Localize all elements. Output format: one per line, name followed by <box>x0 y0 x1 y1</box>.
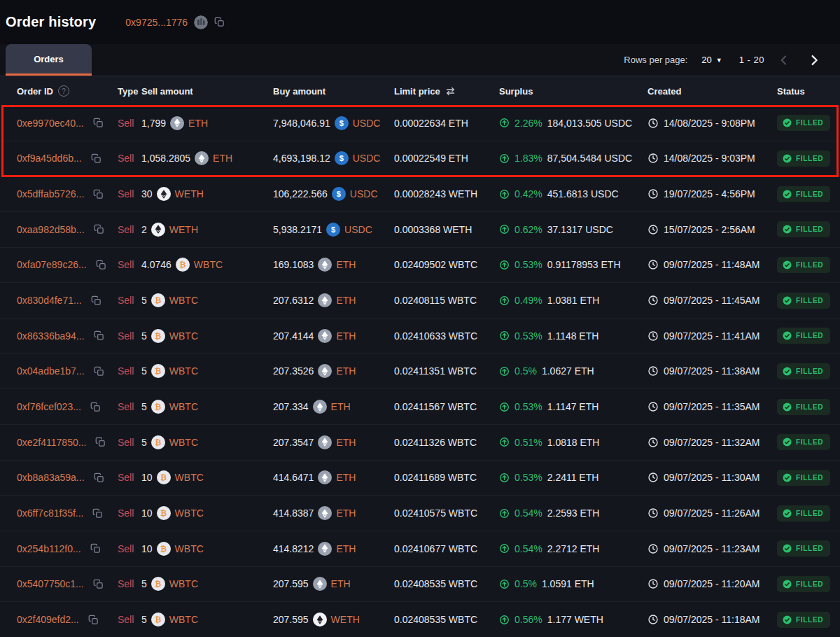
copy-order-id-icon[interactable] <box>90 543 101 554</box>
prev-page-button[interactable] <box>774 53 794 67</box>
clock-icon <box>648 188 659 200</box>
surplus: 2.26%184,013.505 USDC <box>499 118 648 129</box>
table-row[interactable]: 0x6ff7c81f35f...Sell10₿WBTC414.8387ETH0.… <box>0 496 840 531</box>
clock-icon <box>648 365 659 377</box>
table-row[interactable]: 0xf76fcef023...Sell5₿WBTC207.334ETH0.024… <box>0 389 840 425</box>
order-id-link[interactable]: 0x830d4fe71... <box>17 295 82 306</box>
table-row[interactable]: 0x04adbe1b7...Sell5₿WBTC207.3526ETH0.024… <box>0 354 840 390</box>
order-id-link[interactable]: 0x04adbe1b7... <box>17 365 85 377</box>
check-icon <box>783 367 792 376</box>
clock-icon <box>648 153 659 164</box>
order-id-link[interactable]: 0xb8a83a59a... <box>17 472 85 483</box>
copy-order-id-icon[interactable] <box>93 579 104 589</box>
created-time: 09/07/2025 - 11:26AM <box>648 507 777 519</box>
table-row[interactable]: 0x254b112f0...Sell10₿WBTC414.8212ETH0.02… <box>0 531 840 567</box>
buy-amount: 414.8212ETH <box>273 542 394 556</box>
order-id-link[interactable]: 0x5dffab5726... <box>17 188 84 200</box>
table-body: 0xe9970ec40...Sell1,799ETH7,948,046.91$U… <box>0 106 840 637</box>
copy-order-id-icon[interactable] <box>88 615 99 625</box>
table-row[interactable]: 0xaa982d58b...Sell2WETH5,938.2171$USDC0.… <box>0 212 840 248</box>
limit-price: 0.02410677 WBTC <box>394 543 499 554</box>
sell-amount: 10₿WBTC <box>141 542 273 556</box>
header-limit-price: Limit price <box>394 86 440 97</box>
eth-token-icon <box>170 116 184 130</box>
table-row[interactable]: 0x2f409efd2...Sell5₿WBTC207.595WETH0.024… <box>0 602 840 637</box>
sell-amount: 1,058.2805ETH <box>141 151 273 165</box>
sell-amount: 5₿WBTC <box>141 364 273 378</box>
swap-price-icon[interactable] <box>445 87 456 96</box>
order-id-link[interactable]: 0xf9a45dd6b... <box>17 153 82 164</box>
sell-amount: 10₿WBTC <box>141 470 273 484</box>
surplus-up-icon <box>499 543 510 554</box>
surplus-up-icon <box>499 118 510 128</box>
check-icon <box>783 473 792 482</box>
table-row[interactable]: 0xfa07e89c26...Sell4.0746₿WBTC169.1083ET… <box>0 248 840 284</box>
created-time: 15/07/2025 - 2:56AM <box>648 224 777 235</box>
copy-address-icon[interactable] <box>214 17 225 27</box>
order-id-link[interactable]: 0x5407750c1... <box>17 578 84 589</box>
table-row[interactable]: 0xf9a45dd6b...Sell1,058.2805ETH4,693,198… <box>0 141 840 177</box>
copy-order-id-icon[interactable] <box>92 508 103 519</box>
header-buy-amount: Buy amount <box>273 86 394 97</box>
sell-amount: 5₿WBTC <box>141 329 273 343</box>
rows-per-page-select[interactable]: 20 ▼ <box>697 54 726 66</box>
copy-order-id-icon[interactable] <box>94 366 104 377</box>
order-type: Sell <box>118 614 134 625</box>
check-icon <box>783 580 792 589</box>
table-row[interactable]: 0x5407750c1...Sell5₿WBTC207.595ETH0.0240… <box>0 567 840 603</box>
clock-icon <box>648 614 659 625</box>
table-row[interactable]: 0x5dffab5726...Sell30WETH106,222.566$USD… <box>0 176 840 212</box>
status-badge: FILLED <box>777 470 830 486</box>
check-icon <box>783 438 792 447</box>
table-row[interactable]: 0xe9970ec40...Sell1,799ETH7,948,046.91$U… <box>0 106 840 141</box>
order-type: Sell <box>118 578 134 589</box>
buy-amount: 106,222.566$USDC <box>273 187 394 201</box>
order-id-link[interactable]: 0xf76fcef023... <box>17 401 81 412</box>
copy-order-id-icon[interactable] <box>91 153 102 164</box>
table-row[interactable]: 0x830d4fe71...Sell5₿WBTC207.6312ETH0.024… <box>0 283 840 318</box>
copy-order-id-icon[interactable] <box>94 330 104 341</box>
status-badge: FILLED <box>777 576 830 592</box>
copy-order-id-icon[interactable] <box>93 189 104 200</box>
copy-order-id-icon[interactable] <box>95 437 106 447</box>
table-row[interactable]: 0x86336ba94...Sell5₿WBTC207.4144ETH0.024… <box>0 318 840 354</box>
wbtc-token-icon: ₿ <box>157 542 171 556</box>
usdc-token-icon: $ <box>332 187 346 201</box>
table-row[interactable]: 0xe2f4117850...Sell5₿WBTC207.3547ETH0.02… <box>0 425 840 461</box>
header-status: Status <box>777 86 823 97</box>
help-icon[interactable]: ? <box>58 85 69 97</box>
order-id-link[interactable]: 0x86336ba94... <box>17 330 85 342</box>
account-address-link[interactable]: 0x9725...1776 <box>125 17 188 28</box>
tab-orders[interactable]: Orders <box>6 44 92 76</box>
copy-order-id-icon[interactable] <box>93 118 104 128</box>
surplus-up-icon <box>499 437 510 447</box>
surplus: 0.53%1.1147 ETH <box>499 401 648 412</box>
copy-order-id-icon[interactable] <box>91 295 102 306</box>
surplus-up-icon <box>499 402 510 412</box>
copy-order-id-icon[interactable] <box>94 224 104 234</box>
order-id-link[interactable]: 0x6ff7c81f35f... <box>17 507 83 519</box>
order-id-link[interactable]: 0xfa07e89c26... <box>17 259 87 270</box>
order-id-link[interactable]: 0x254b112f0... <box>17 543 81 554</box>
buy-amount: 207.334ETH <box>273 400 394 414</box>
order-id-link[interactable]: 0xe9970ec40... <box>17 118 84 129</box>
limit-price: 0.02408535 WBTC <box>394 614 499 625</box>
eth-token-icon <box>313 577 327 591</box>
next-page-button[interactable] <box>804 52 825 68</box>
clock-icon <box>648 118 659 129</box>
status-badge: FILLED <box>777 150 830 167</box>
order-id-link[interactable]: 0xe2f4117850... <box>17 437 86 448</box>
sell-amount: 5₿WBTC <box>141 400 273 414</box>
surplus: 0.53%0.91178953 ETH <box>499 259 648 270</box>
created-time: 19/07/2025 - 4:56PM <box>648 188 777 200</box>
copy-order-id-icon[interactable] <box>90 402 101 412</box>
buy-amount: 5,938.2171$USDC <box>273 223 394 237</box>
table-row[interactable]: 0xb8a83a59a...Sell10₿WBTC414.6471ETH0.02… <box>0 461 840 496</box>
header-surplus: Surplus <box>499 86 648 97</box>
copy-order-id-icon[interactable] <box>96 260 106 270</box>
order-id-link[interactable]: 0x2f409efd2... <box>17 614 79 625</box>
copy-order-id-icon[interactable] <box>94 472 104 483</box>
eth-token-icon <box>313 400 327 414</box>
clock-icon <box>648 543 659 554</box>
order-id-link[interactable]: 0xaa982d58b... <box>17 224 85 235</box>
